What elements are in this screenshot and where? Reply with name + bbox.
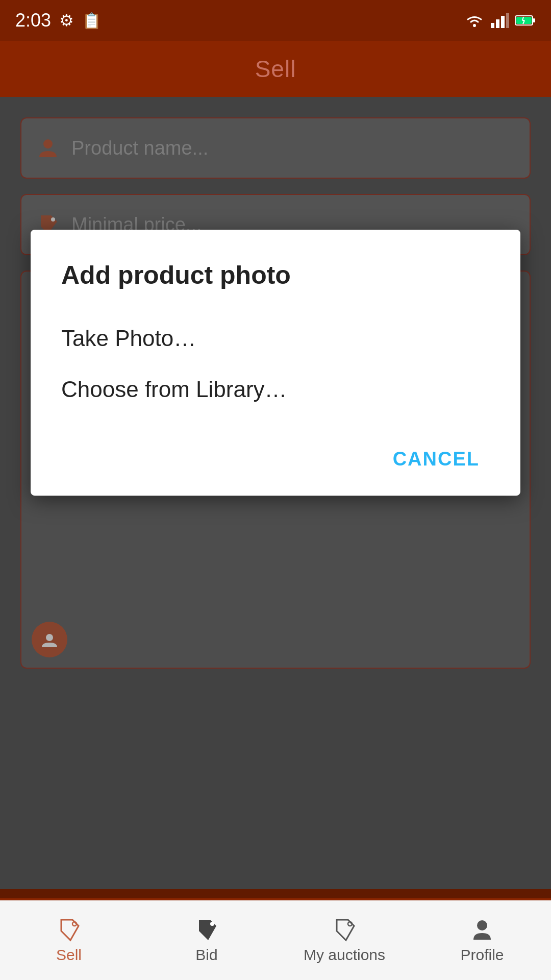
svg-rect-2 [496,19,499,28]
cancel-button[interactable]: CANCEL [383,443,490,475]
svg-rect-1 [491,23,494,28]
settings-icon: ⚙ [59,11,74,30]
dialog-title: Add product photo [61,260,490,290]
nav-item-profile[interactable]: Profile [413,900,551,980]
app-bar: Sell [0,41,551,97]
svg-rect-4 [506,13,509,28]
dialog-overlay: Add product photo Take Photo… Choose fro… [0,97,551,898]
sell-icon [56,917,82,942]
app-bar-title: Sell [255,55,296,83]
take-photo-option[interactable]: Take Photo… [61,315,490,361]
nav-label-bid: Bid [195,946,217,964]
bottom-nav: Sell Bid My auctions Profile [0,898,551,980]
wifi-icon [464,13,485,28]
nav-item-sell[interactable]: Sell [0,900,138,980]
status-time: 2:03 [15,10,51,31]
svg-point-17 [477,920,487,930]
main-content: Product name... Minimal price... Add pro… [0,97,551,898]
svg-point-14 [72,922,77,926]
svg-point-15 [210,922,214,926]
nav-item-bid[interactable]: Bid [138,900,276,980]
add-photo-dialog: Add product photo Take Photo… Choose fro… [31,230,520,496]
my-auctions-icon [332,917,357,942]
dialog-actions: CANCEL [61,443,490,475]
svg-rect-6 [533,18,535,22]
nav-label-my-auctions: My auctions [304,946,385,964]
bid-icon [194,917,219,942]
choose-from-library-option[interactable]: Choose from Library… [61,366,490,412]
profile-icon [469,917,495,942]
clipboard-icon: 📋 [82,12,101,30]
svg-point-0 [473,24,476,27]
nav-label-profile: Profile [460,946,504,964]
nav-item-my-auctions[interactable]: My auctions [276,900,413,980]
signal-icon [491,13,509,28]
svg-point-16 [348,922,352,926]
battery-icon [515,14,536,27]
svg-rect-3 [501,16,505,28]
status-bar: 2:03 ⚙ 📋 [0,0,551,41]
nav-label-sell: Sell [56,946,82,964]
